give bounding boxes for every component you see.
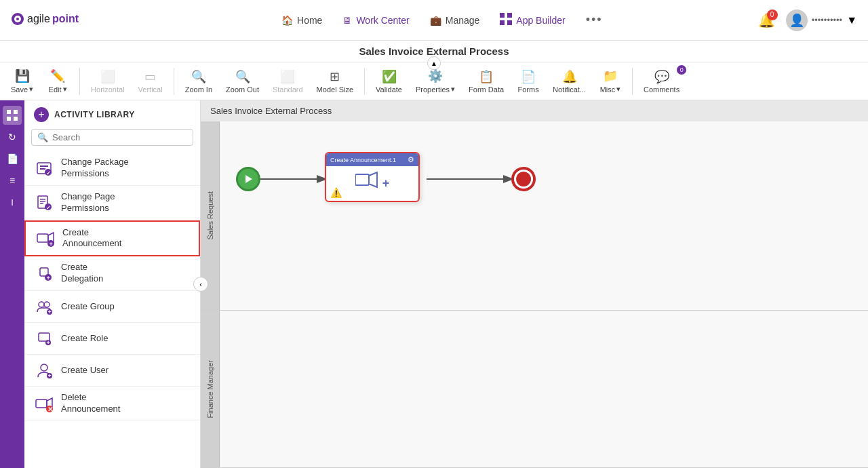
horizontal-icon: ⬜ (100, 69, 115, 84)
search-icon: 🔍 (37, 132, 48, 142)
activity-library-title: ACTIVITY LIBRARY (54, 110, 135, 119)
notifications-toolbar-button[interactable]: 🔔 Notificat... (547, 66, 591, 96)
nav-manage[interactable]: 💼 Manage (430, 15, 480, 26)
search-input[interactable] (52, 132, 187, 142)
svg-text:+: + (47, 275, 50, 281)
forms-button[interactable]: 📄 Forms (512, 66, 545, 96)
swim-lane-finance-text: Finance Manager (206, 360, 214, 418)
forms-label: Forms (517, 85, 538, 94)
svg-rect-19 (40, 199, 45, 200)
svg-text:+: + (47, 339, 50, 346)
zoom-in-button[interactable]: 🔍 Zoom In (180, 66, 218, 96)
svg-text:✕: ✕ (47, 406, 53, 413)
standard-icon: ⬜ (280, 69, 295, 84)
edit-label: Edit ▾ (49, 85, 67, 94)
svg-text:point: point (52, 13, 79, 24)
swim-lane-sales-text: Sales Request (206, 191, 214, 240)
user-icon: 👤 (789, 13, 804, 28)
canvas-content[interactable]: Sales Request (201, 121, 868, 468)
activity-item-create-role[interactable]: + Create Role (24, 323, 200, 355)
swim-lane-sales-content: Create Announcement.1 ⚙ (220, 121, 868, 310)
svg-text:✓: ✓ (46, 205, 51, 211)
validate-button[interactable]: ✅ Validate (370, 66, 408, 96)
nav-appbuilder[interactable]: App Builder (500, 13, 565, 27)
svg-rect-12 (14, 117, 18, 121)
collapse-subtitle-button[interactable]: ▲ (427, 56, 441, 70)
create-user-icon: + (34, 360, 54, 381)
activity-item-create-delegation[interactable]: + CreateDelegation (24, 256, 200, 291)
page-title: Sales Invoice External Process (359, 45, 509, 57)
search-box[interactable]: 🔍 (31, 129, 193, 146)
collapse-panel-button[interactable]: ‹ (193, 277, 208, 292)
node-header-label: Create Announcement.1 (330, 157, 396, 163)
swim-lane-finance-content (220, 311, 868, 467)
activity-item-change-package[interactable]: ✓ Change PackagePermissions (24, 151, 200, 186)
sidebar-icon-tag[interactable]: I (3, 193, 22, 212)
comments-count: 0 (677, 65, 686, 75)
svg-text:+: + (48, 309, 52, 315)
chevron-left-icon: ‹ (199, 280, 202, 288)
activity-item-create-group[interactable]: + Create Group (24, 291, 200, 323)
zoom-out-button[interactable]: 🔍 Zoom Out (220, 66, 264, 96)
model-size-button[interactable]: ⊞ Model Size (311, 66, 359, 96)
nav-home[interactable]: 🏠 Home (281, 15, 322, 26)
activity-node-header: Create Announcement.1 ⚙ (326, 153, 418, 166)
notifications-button[interactable]: 🔔 0 (758, 12, 775, 28)
add-activity-button[interactable]: + (34, 107, 49, 122)
sidebar-icon-refresh[interactable]: ↻ (3, 128, 22, 147)
save-label: Save ▾ (11, 85, 33, 94)
chevron-down-icon: ▼ (846, 14, 857, 26)
misc-button[interactable]: 📁 Misc ▾ (594, 66, 627, 96)
logo[interactable]: agile point (11, 7, 99, 34)
create-delegation-label: CreateDelegation (61, 262, 103, 285)
end-node[interactable] (511, 167, 536, 191)
horizontal-button[interactable]: ⬜ Horizontal (85, 66, 130, 96)
validate-label: Validate (376, 85, 402, 94)
nav-more[interactable]: ••• (586, 13, 603, 27)
save-button[interactable]: 💾 Save ▾ (5, 66, 39, 96)
activity-item-create-user[interactable]: + Create User (24, 355, 200, 387)
nav-workcenter[interactable]: 🖥 Work Center (342, 15, 409, 26)
change-package-label: Change PackagePermissions (61, 157, 129, 180)
activity-item-create-announcement[interactable]: + CreateAnnouncement (24, 220, 200, 257)
swim-lane-finance-manager: Finance Manager (201, 311, 868, 468)
sidebar-icon-grid[interactable] (3, 106, 22, 125)
sidebar-icon-doc[interactable]: 📄 (3, 149, 22, 168)
horizontal-label: Horizontal (91, 85, 125, 94)
sidebar-icons: ↻ 📄 ≡ I (0, 100, 24, 468)
node-announcement-icon (355, 172, 380, 195)
vertical-button[interactable]: ▭ Vertical (133, 66, 168, 96)
sidebar-icon-list[interactable]: ≡ (3, 171, 22, 190)
activity-list: ✓ Change PackagePermissions (24, 151, 200, 468)
edit-button[interactable]: ✏️ Edit ▾ (41, 66, 74, 96)
standard-button[interactable]: ⬜ Standard (267, 66, 309, 96)
misc-icon: 📁 (603, 69, 618, 83)
properties-icon: ⚙️ (428, 69, 443, 83)
separator-4 (632, 68, 633, 95)
svg-text:+: + (50, 241, 53, 248)
svg-rect-5 (500, 13, 505, 18)
create-user-label: Create User (61, 365, 108, 376)
comments-button[interactable]: 💬 Comments 0 (638, 66, 685, 96)
activity-item-change-page[interactable]: ✓ Change PagePermissions (24, 186, 200, 220)
svg-text:✓: ✓ (46, 170, 51, 176)
node-plus-icon: + (382, 176, 390, 191)
create-role-icon: + (34, 328, 54, 349)
vertical-icon: ▭ (144, 69, 156, 84)
model-size-icon: ⊞ (330, 69, 340, 84)
forms-icon: 📄 (521, 69, 536, 84)
svg-rect-8 (507, 20, 512, 25)
node-settings-icon[interactable]: ⚙ (408, 155, 414, 164)
nav-manage-label: Manage (446, 15, 480, 26)
form-data-button[interactable]: 📋 Form Data (463, 66, 509, 96)
start-node[interactable] (236, 167, 260, 191)
nav-right: 🔔 0 👤 •••••••••• ▼ (758, 9, 857, 31)
activity-node-create-announcement[interactable]: Create Announcement.1 ⚙ (325, 152, 420, 202)
user-menu[interactable]: 👤 •••••••••• ▼ (786, 9, 857, 31)
svg-rect-11 (7, 117, 11, 121)
activity-item-delete-announcement[interactable]: ✕ DeleteAnnouncement (24, 387, 200, 421)
delete-announcement-icon: ✕ (34, 393, 54, 414)
change-package-icon: ✓ (34, 158, 54, 178)
main-area: ↻ 📄 ≡ I + ACTIVITY LIBRARY 🔍 (0, 100, 868, 468)
properties-button[interactable]: ⚙️ Properties ▾ (410, 66, 460, 96)
